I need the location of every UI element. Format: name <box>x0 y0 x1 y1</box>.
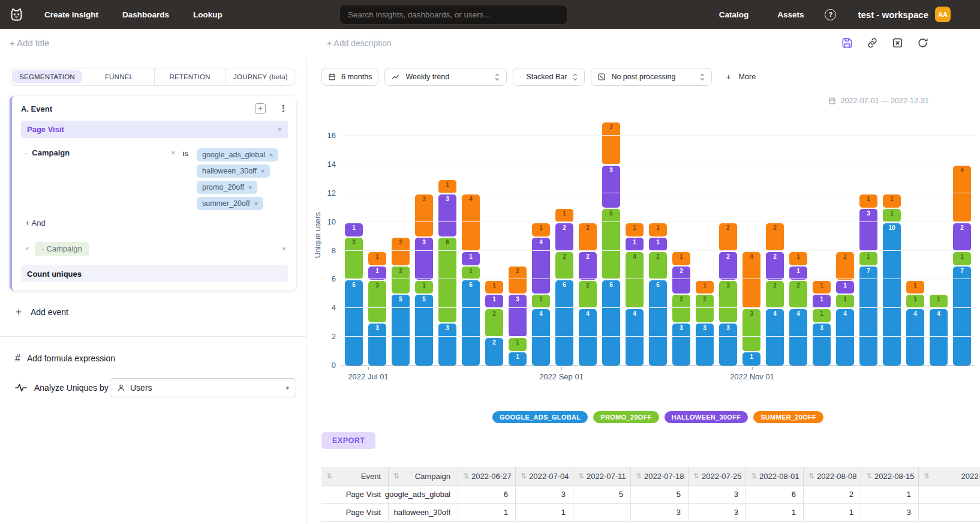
add-description-button[interactable]: + Add description <box>327 38 392 48</box>
bar-value-label: 2 <box>649 254 667 260</box>
bar-2022-09-05[interactable]: 2224 <box>579 222 597 366</box>
filter-property[interactable]: Campaign <box>32 148 70 157</box>
nav-create-insight[interactable]: Create insight <box>44 10 98 19</box>
bar-2022-06-27[interactable]: 136 <box>345 222 363 366</box>
sort-icon[interactable]: ⇅ <box>636 472 642 480</box>
tab-journey-beta-[interactable]: JOURNEY (beta) <box>225 68 296 85</box>
bar-2022-10-17[interactable]: 2233 <box>719 222 737 366</box>
bar-2022-09-19[interactable]: 1144 <box>626 222 644 366</box>
export-button[interactable]: EXPORT <box>321 432 375 449</box>
bar-2022-10-31[interactable]: 2224 <box>766 222 784 366</box>
sort-icon[interactable]: ⇅ <box>393 472 399 480</box>
legend-halloween_30off[interactable]: HALLOWEEN_30OFF <box>664 411 748 423</box>
sort-icon[interactable]: ⇅ <box>808 472 814 480</box>
bar-2022-07-18[interactable]: 3315 <box>415 193 433 366</box>
add-formula-button[interactable]: # Add formula expression <box>15 353 296 364</box>
bar-2022-10-24[interactable]: 431 <box>742 251 760 366</box>
bar-value-label: 3 <box>438 196 456 202</box>
bar-2022-08-15[interactable]: 2311 <box>509 265 527 366</box>
clear-breakdown-icon[interactable]: × <box>281 245 286 253</box>
remove-filter-icon[interactable]: × <box>171 149 176 157</box>
bar-2022-10-03[interactable]: 1223 <box>672 251 690 366</box>
bar-2022-07-25[interactable]: 1363 <box>438 179 456 366</box>
sort-icon[interactable]: ⇅ <box>693 472 699 480</box>
bar-value-label: 4 <box>532 239 550 245</box>
bar-2022-07-11[interactable]: 225 <box>392 236 410 366</box>
sort-icon[interactable]: ⇅ <box>521 472 527 480</box>
bar-2022-07-04[interactable]: 1133 <box>368 251 386 366</box>
filter-value-tag[interactable]: promo_20off× <box>197 181 257 194</box>
nav-lookup[interactable]: Lookup <box>193 10 223 19</box>
copy-link-icon[interactable] <box>867 37 878 49</box>
remove-event-icon[interactable]: × <box>277 125 282 133</box>
bar-2022-11-21[interactable]: 2114 <box>836 251 854 366</box>
bar-segment-summer_20off: 2 <box>836 252 854 280</box>
bar-value-label: 3 <box>672 325 690 331</box>
bar-2022-11-07[interactable]: 1124 <box>789 251 807 366</box>
nav-assets[interactable]: Assets <box>777 10 804 19</box>
sort-icon[interactable]: ⇅ <box>578 472 584 480</box>
breakdown-property[interactable]: · Campaign <box>35 242 88 256</box>
date-preset-button[interactable]: 6 months <box>321 68 378 86</box>
tab-segmentation[interactable]: SEGMENTATION <box>12 70 82 83</box>
bar-2022-12-26[interactable]: 4217 <box>953 164 971 366</box>
analyze-by-select[interactable]: Users ▾ <box>110 378 296 397</box>
remove-tag-icon[interactable]: × <box>269 152 273 158</box>
bar-2022-11-28[interactable]: 1317 <box>859 193 877 366</box>
app-logo-cat-icon[interactable] <box>7 5 25 23</box>
aggregation-selector[interactable]: Count uniques <box>21 265 288 282</box>
bar-2022-11-14[interactable]: 1113 <box>813 280 831 366</box>
filter-value-tag[interactable]: google_ads_global× <box>197 148 278 161</box>
bar-2022-09-26[interactable]: 1126 <box>649 222 667 366</box>
bar-2022-08-01[interactable]: 4116 <box>462 193 480 366</box>
workspace-name[interactable]: test - workspace <box>858 10 928 20</box>
sort-icon[interactable]: ⇅ <box>463 472 469 480</box>
remove-tag-icon[interactable]: × <box>261 168 264 175</box>
legend-promo_20off[interactable]: PROMO_20OFF <box>593 411 659 423</box>
sort-icon[interactable]: ⇅ <box>326 472 332 480</box>
event-options-kebab-icon[interactable]: ⋮ <box>279 103 288 114</box>
add-event-button[interactable]: + Add event <box>16 306 296 318</box>
add-and-condition[interactable]: + And <box>25 218 288 227</box>
user-avatar[interactable]: AA <box>935 7 951 22</box>
filter-value-tag[interactable]: halloween_30off× <box>197 164 270 178</box>
sort-icon[interactable]: ⇅ <box>866 472 872 480</box>
sort-icon[interactable]: ⇅ <box>924 472 930 480</box>
remove-tag-icon[interactable]: × <box>248 184 252 191</box>
refresh-icon[interactable] <box>917 37 928 49</box>
remove-breakdown-icon[interactable]: × <box>25 245 29 252</box>
legend-summer_20off[interactable]: SUMMER_20OFF <box>753 411 823 423</box>
search-input[interactable] <box>339 5 567 25</box>
close-insight-icon[interactable] <box>892 37 903 49</box>
bar-2022-09-12[interactable]: 3356 <box>602 121 620 366</box>
remove-tag-icon[interactable]: × <box>254 200 258 207</box>
add-title-button[interactable]: + Add title <box>10 38 49 48</box>
bar-2022-12-19[interactable]: 14 <box>930 294 948 366</box>
chart-type-select[interactable]: Stacked Bar <box>513 68 585 86</box>
filter-value-tag[interactable]: summer_20off× <box>197 197 263 210</box>
save-icon[interactable] <box>841 37 853 49</box>
bar-2022-10-10[interactable]: 123 <box>696 280 714 366</box>
more-options-button[interactable]: + More <box>718 72 763 82</box>
bar-2022-08-08[interactable]: 1122 <box>485 280 503 366</box>
nav-dashboards[interactable]: Dashboards <box>122 10 169 19</box>
bar-2022-12-12[interactable]: 114 <box>906 280 924 366</box>
filter-operator[interactable]: is <box>183 149 188 158</box>
bar-2022-08-22[interactable]: 1414 <box>532 222 550 366</box>
tab-funnel[interactable]: FUNNEL <box>84 68 154 85</box>
post-processing-select[interactable]: No post processing <box>591 68 712 86</box>
help-icon[interactable]: ? <box>825 9 836 20</box>
x-axis-tick <box>368 367 369 370</box>
event-selector[interactable]: Page Visit × <box>21 121 288 138</box>
bar-2022-08-29[interactable]: 1226 <box>555 208 573 366</box>
table-header-row: ⇅Event⇅Campaign⇅2022-06-27⇅2022-07-04⇅20… <box>321 467 980 486</box>
bar-2022-12-05[interactable]: 1110 <box>883 193 901 366</box>
user-icon <box>117 384 125 392</box>
sort-icon[interactable]: ⇅ <box>751 472 757 480</box>
add-filter-icon[interactable]: + <box>255 103 266 114</box>
tab-retention[interactable]: RETENTION <box>154 68 225 85</box>
bar-value-label: 1 <box>462 254 480 260</box>
trend-interval-select[interactable]: Weekly trend <box>384 68 507 86</box>
legend-google_ads_global[interactable]: GOOGLE_ADS_GLOBAL <box>492 411 588 423</box>
nav-catalog[interactable]: Catalog <box>719 10 749 19</box>
